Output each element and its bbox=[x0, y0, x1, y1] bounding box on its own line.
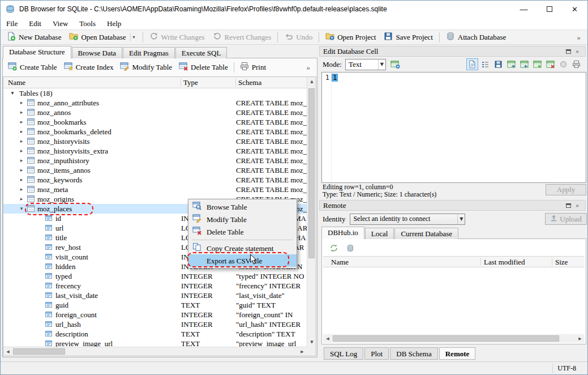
dock-float-button[interactable] bbox=[564, 201, 573, 210]
scrollbar-thumb[interactable] bbox=[333, 335, 559, 342]
table-clear-button[interactable] bbox=[544, 58, 556, 70]
remote-column-name[interactable]: Name bbox=[331, 258, 349, 267]
dock-close-button[interactable]: × bbox=[573, 201, 582, 210]
tree-row[interactable]: ▸ moz_anno_attributes CREATE TABLE moz_a bbox=[3, 98, 307, 108]
expand-arrow-icon[interactable]: ▸ bbox=[18, 146, 25, 156]
encoding-indicator[interactable]: UTF-8 bbox=[552, 364, 581, 373]
expand-arrow-icon[interactable]: ▸ bbox=[18, 137, 25, 146]
toolbar-overflow-button[interactable]: » bbox=[573, 33, 586, 42]
table-export-button[interactable] bbox=[518, 58, 530, 70]
scroll-left-icon[interactable]: ◀ bbox=[3, 347, 12, 356]
tree-vertical-scrollbar[interactable]: ▲ ▼ bbox=[307, 77, 316, 347]
tree-row[interactable]: url_hash INTEGER "url_hash" INTEGER bbox=[3, 319, 307, 329]
context-menu-browse-table[interactable]: Browse Table bbox=[188, 201, 297, 213]
modify-table-button[interactable]: Modify Table bbox=[117, 60, 175, 75]
print-button[interactable]: Print bbox=[237, 60, 269, 75]
table-insert-button[interactable] bbox=[531, 58, 543, 70]
expand-arrow-icon[interactable]: ▸ bbox=[18, 165, 25, 175]
column-divider[interactable] bbox=[181, 78, 181, 87]
maximize-button[interactable] bbox=[537, 1, 562, 18]
create-index-button[interactable]: Create Index bbox=[61, 60, 117, 75]
expand-arrow-icon[interactable]: ▸ bbox=[18, 108, 25, 117]
scroll-up-icon[interactable]: ▲ bbox=[307, 77, 316, 86]
menu-view[interactable]: View bbox=[47, 18, 74, 29]
remote-database-icon[interactable] bbox=[344, 242, 356, 254]
tree-row[interactable]: ▸ moz_inputhistory CREATE TABLE moz_i bbox=[3, 156, 307, 165]
save-project-button[interactable]: Save Project bbox=[380, 30, 436, 45]
column-divider[interactable] bbox=[552, 258, 552, 266]
tree-row[interactable]: ▸ moz_bookmarks CREATE TABLE moz_b bbox=[3, 117, 307, 127]
auto-switch-mode-button[interactable] bbox=[389, 58, 401, 70]
column-divider[interactable] bbox=[235, 78, 236, 87]
column-divider[interactable] bbox=[480, 258, 481, 266]
import-text-button[interactable] bbox=[466, 58, 478, 70]
structure-toolbar-overflow-button[interactable]: » bbox=[302, 63, 315, 72]
tree-row[interactable]: ▸ moz_keywords CREATE TABLE moz_k bbox=[3, 175, 307, 185]
menu-file[interactable]: File bbox=[1, 18, 23, 29]
column-header-type[interactable]: Type bbox=[183, 78, 198, 87]
context-menu-export-csv[interactable]: Export as CSV file bbox=[188, 254, 297, 267]
context-menu-modify-table[interactable]: Modify Table bbox=[188, 213, 297, 225]
column-header-name[interactable]: Name bbox=[8, 78, 25, 87]
scroll-down-icon[interactable]: ▼ bbox=[307, 338, 316, 347]
context-menu-copy-create-statement[interactable]: Copy Create statement bbox=[188, 242, 297, 254]
tree-horizontal-scrollbar[interactable]: ◀ ▶ bbox=[3, 347, 307, 356]
scrollbar-thumb[interactable] bbox=[308, 88, 315, 258]
tab-current-database[interactable]: Current Database bbox=[394, 228, 458, 239]
tab-edit-pragmas[interactable]: Edit Pragmas bbox=[123, 47, 175, 58]
write-changes-button[interactable]: Write Changes bbox=[145, 30, 209, 45]
cell-editor-text[interactable]: 1 bbox=[332, 74, 338, 82]
expand-arrow-icon[interactable]: ▸ bbox=[18, 98, 25, 108]
scroll-right-icon[interactable]: ▶ bbox=[298, 347, 307, 356]
tab-database-structure[interactable]: Database Structure bbox=[3, 46, 71, 58]
upload-button[interactable]: Upload bbox=[545, 213, 587, 225]
tree-row[interactable]: ▸ moz_historyvisits_extra CREATE TABLE m… bbox=[3, 146, 307, 156]
expand-arrow-icon[interactable]: ▾ bbox=[18, 204, 25, 214]
new-database-button[interactable]: New Database bbox=[3, 30, 65, 45]
delete-table-button[interactable]: Delete Table bbox=[175, 60, 231, 75]
open-project-button[interactable]: Open Project bbox=[321, 30, 380, 45]
expand-arrow-icon[interactable]: ▸ bbox=[18, 127, 25, 137]
create-table-button[interactable]: Create Table bbox=[5, 60, 61, 75]
apply-button[interactable]: Apply bbox=[546, 184, 586, 195]
cell-editor[interactable]: 1 1 bbox=[321, 72, 586, 183]
tab-dbhub[interactable]: DBHub.io bbox=[321, 227, 364, 239]
tab-execute-sql[interactable]: Execute SQL bbox=[175, 47, 228, 58]
dock-tab-remote[interactable]: Remote bbox=[439, 347, 476, 360]
expand-arrow-icon[interactable]: ▸ bbox=[18, 175, 25, 185]
open-database-dropdown[interactable]: ▾ bbox=[130, 33, 136, 41]
expand-arrow-icon[interactable]: ▸ bbox=[18, 194, 25, 204]
export-save-button[interactable] bbox=[492, 58, 504, 70]
dock-tab-plot[interactable]: Plot bbox=[364, 347, 389, 360]
tree-row[interactable]: last_visit_date INTEGER "last_visit_date… bbox=[3, 291, 307, 300]
remote-column-size[interactable]: Size bbox=[555, 258, 568, 267]
expand-arrow-icon[interactable]: ▸ bbox=[18, 185, 25, 194]
tab-local[interactable]: Local bbox=[365, 228, 394, 239]
remote-column-last-modified[interactable]: Last modified bbox=[484, 258, 525, 267]
scroll-left-icon[interactable]: ◀ bbox=[323, 334, 332, 343]
tree-row[interactable]: description TEXT "description" TEXT bbox=[3, 329, 307, 339]
open-database-button[interactable]: Open Database ▾ bbox=[65, 30, 140, 45]
close-button[interactable]: ✕ bbox=[562, 1, 587, 18]
table-import-button[interactable] bbox=[505, 58, 517, 70]
tab-browse-data[interactable]: Browse Data bbox=[72, 47, 123, 58]
tree-row[interactable]: preview_image_url TEXT "preview_image_ur… bbox=[3, 339, 307, 347]
context-menu-delete-table[interactable]: Delete Table bbox=[188, 225, 297, 238]
refresh-icon[interactable] bbox=[328, 242, 340, 254]
identity-select[interactable]: Select an identity to connect ▼ bbox=[350, 214, 465, 225]
tree-row[interactable]: ▸ moz_historyvisits CREATE TABLE moz_h bbox=[3, 137, 307, 146]
attach-database-button[interactable]: Attach Database bbox=[442, 30, 510, 45]
expand-arrow-icon[interactable]: ▸ bbox=[18, 156, 25, 165]
dock-float-button[interactable] bbox=[564, 47, 573, 56]
tree-row[interactable]: ▸ moz_bookmarks_deleted CREATE TABLE moz… bbox=[3, 127, 307, 137]
tree-row[interactable]: frecency INTEGER "frecency" INTEGER bbox=[3, 281, 307, 291]
expand-arrow-icon[interactable]: ▸ bbox=[18, 117, 25, 127]
menu-edit[interactable]: Edit bbox=[23, 18, 47, 29]
tree-row[interactable]: ▸ moz_meta CREATE TABLE moz_m bbox=[3, 185, 307, 194]
tree-row[interactable]: ▾ Tables (18) bbox=[3, 88, 307, 98]
column-header-schema[interactable]: Schema bbox=[238, 78, 261, 87]
dock-tab-db-schema[interactable]: DB Schema bbox=[390, 347, 437, 360]
revert-changes-button[interactable]: Revert Changes bbox=[209, 30, 276, 45]
tree-row[interactable]: guid TEXT "guid" TEXT bbox=[3, 300, 307, 310]
tree-row[interactable]: foreign_count INTEGER "foreign_count" IN bbox=[3, 310, 307, 319]
